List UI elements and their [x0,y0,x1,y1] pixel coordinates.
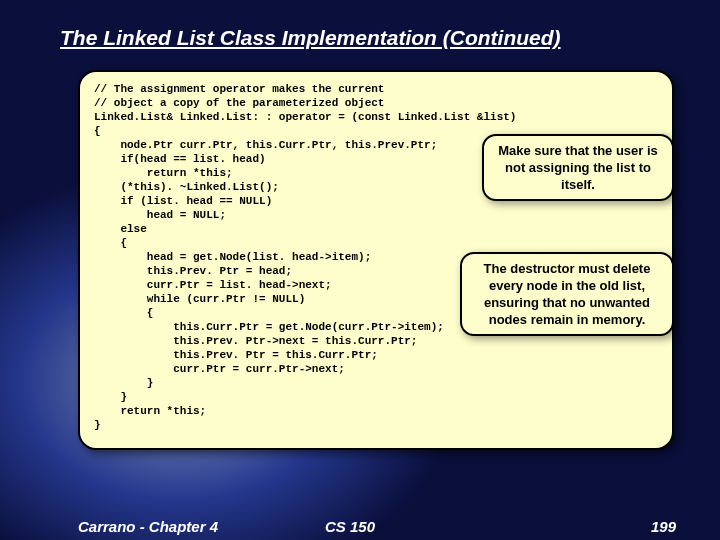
footer-middle: CS 150 [325,518,375,535]
callout-self-assign: Make sure that the user is not assigning… [482,134,674,201]
footer-right: 199 [651,518,676,535]
slide-title: The Linked List Class Implementation (Co… [60,26,680,50]
callout-destructor: The destructor must delete every node in… [460,252,674,336]
footer-left: Carrano - Chapter 4 [78,518,218,535]
